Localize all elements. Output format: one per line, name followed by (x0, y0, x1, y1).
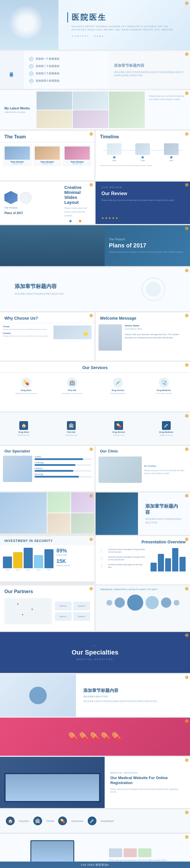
creative-left: The Present Plans of 2017 (0, 182, 59, 224)
corner-decoration (90, 183, 93, 187)
corner-decoration (90, 447, 93, 451)
timeline-image-2 (135, 143, 150, 155)
collage-cell-2 (48, 493, 71, 513)
works-description: Please enter your text here to describe … (146, 90, 190, 129)
skill-bar-2: Cardiology (34, 462, 92, 466)
timeline-nodes: 2015 2016 2017 (100, 143, 186, 161)
star-icon: ⭐ (83, 331, 89, 336)
corner-decoration (185, 537, 189, 541)
corner-decoration (185, 92, 189, 95)
service-name-1: Drug Store (6, 389, 46, 391)
stat-num-1: 89% (56, 548, 92, 554)
website-tag: MEDICAL SERVICES (110, 772, 185, 774)
service-card-3: 💉 Drug Service Drug administration (96, 376, 140, 396)
svc-item-desc-3: Pharmacy care (114, 434, 124, 437)
timeline-dot-2 (141, 156, 144, 158)
svc-item-name-2: First Aid (67, 431, 75, 433)
partner-logo-3: Partner C (55, 612, 72, 621)
review-text: Please enter your text here to describe … (101, 198, 184, 216)
stat-label-2: Patients Served (56, 564, 92, 566)
laptop-screen (4, 773, 100, 802)
plan-label: The Present (109, 238, 186, 241)
slide-services: Our Services 💊 Drug Store Medical pharma… (0, 362, 190, 411)
timeline-title: Timeline (100, 134, 186, 140)
overview-item-1: 1 Overview section description text goes… (100, 548, 146, 553)
chapter2-decoration (131, 278, 176, 301)
overview-header: Presentation Overview (96, 536, 190, 547)
svc-item-desc-4: Medical treatment (160, 434, 173, 437)
toc-list: 01 添加第一个发展基础 02 添加第二个发展基础 03 添加第三个发展基础 0… (23, 51, 108, 89)
clinic-header: Our Clinic (96, 446, 190, 455)
corner-decoration (185, 587, 189, 590)
toc-num-1: 01 (29, 57, 33, 61)
bar-label-1: 2013 (3, 569, 12, 571)
partners-map: 📍 📍 📍 (4, 598, 52, 624)
star-4: ★ (112, 216, 115, 220)
clinic-image (98, 457, 142, 483)
works-subtitle: Latest Works Overview (4, 111, 31, 113)
overview-chart (151, 548, 186, 575)
toc-text-4: 添加第四个发展基础 (36, 79, 59, 83)
laptop-description: Please enter your text description here … (109, 859, 186, 862)
bottom-bar: A32·1542·医院策划A (0, 862, 190, 868)
partner-logo-2: Partner B (73, 601, 90, 610)
specialist-content: Surgery Cardiology Pediatrics (0, 456, 94, 485)
service-desc-1: Medical pharmacy services (6, 392, 46, 395)
medical-text-section: 添加章节标题内容 请在这里输入您的文字信息 请在这里输入您的文字信息请在这里输入… (76, 674, 190, 716)
specialist-image (3, 456, 32, 482)
slide-why: Why Choose Us? Trends Please enter your … (0, 312, 94, 361)
thumbnail-row (109, 848, 186, 857)
corner-decoration (185, 132, 189, 136)
stat-2: 15K Patients Served (56, 558, 92, 566)
timeline-node-1: 2015 (107, 143, 122, 161)
team-grid: Team Member Position Title Team Member P… (0, 143, 94, 169)
plan-year: Plans of 2017 (4, 212, 54, 215)
icon-medicine: 💉 (88, 816, 96, 825)
partners-header: Our Partners (0, 586, 94, 597)
corner-decoration (185, 363, 189, 367)
website-text-section: MEDICAL SERVICES Our Medical Website For… (105, 757, 190, 808)
team-title: The Team (4, 134, 90, 140)
service-icons-row: 🏠 Drug Store Medical services 🏥 First Ai… (0, 413, 190, 445)
skill-label-3: Pediatrics (34, 467, 92, 469)
thumbnail-2 (124, 848, 137, 857)
corner-decoration (185, 719, 189, 723)
corner-decoration (185, 758, 189, 762)
specialist-bars: Surgery Cardiology Pediatrics (34, 456, 92, 482)
slide-clinic: Our Clinic Be Healthy Please enter your … (96, 446, 190, 491)
timeline-node-2: 2016 (135, 143, 150, 161)
drug-icon: 💊 (114, 421, 123, 430)
works-grid (35, 90, 146, 129)
skill-bar-fill-1 (34, 458, 83, 460)
icon-drug: 💊 (58, 816, 67, 825)
skill-label-1: Surgery (34, 456, 92, 458)
skill-bar-bg-4 (34, 476, 92, 477)
partner-logo-4: Partner D (73, 612, 90, 621)
overview-num-1: 1 (100, 548, 106, 553)
toc-item-1: 01 添加第一个发展基础 (29, 57, 102, 61)
welcome-description: Please enter your welcome message text h… (125, 331, 187, 339)
website-laptop-section (0, 757, 105, 808)
collage-grid (0, 493, 94, 533)
why-label-1: Trends (3, 326, 51, 328)
team-card-1: Team Member Position Title (3, 145, 32, 166)
timeline-dot-1 (113, 156, 116, 158)
svc-label-2: First Aid (46, 820, 54, 822)
row-team-timeline: The Team Team Member Position Title Team… (0, 131, 190, 181)
toc-text-2: 添加第二个发展基础 (36, 64, 59, 68)
review-tag: OUR REVIEW (101, 186, 184, 189)
service-card-4: 🩺 Drug Medicine Prescription services (142, 376, 186, 396)
thumbnail-1 (109, 848, 122, 857)
service-desc-4: Prescription services (144, 392, 184, 395)
star-3: ★ (108, 216, 111, 220)
circle-decor (142, 278, 165, 301)
creative-shapes (4, 191, 54, 204)
slide-welcome: Welcome Message Doctor Name Chief Medica… (96, 312, 190, 361)
bar-2 (13, 552, 22, 568)
overview-list: 1 Overview section description text goes… (100, 548, 146, 575)
slide-specialties: —— Our Specialties MEDICAL SERVICES (0, 632, 190, 673)
team-member-image-1 (5, 147, 30, 160)
star-2: ★ (105, 216, 107, 220)
plan-year: Plans of 2017 (109, 242, 186, 249)
circle-sm (106, 600, 112, 606)
